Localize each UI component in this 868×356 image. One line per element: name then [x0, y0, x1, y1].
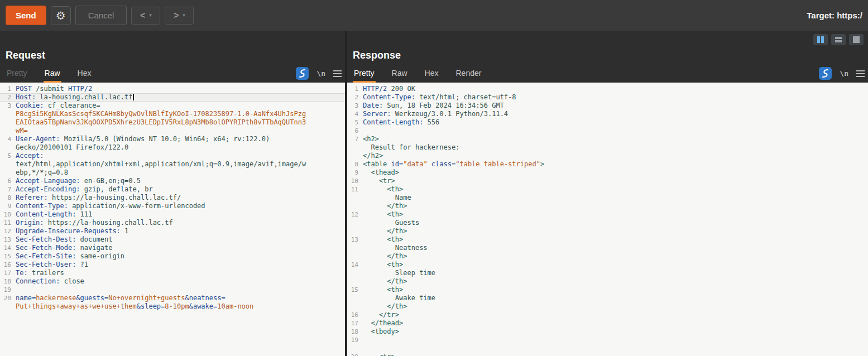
code-line[interactable]: 13Sec-Fetch-Dest: document	[0, 235, 345, 244]
cancel-button[interactable]: Cancel	[75, 6, 127, 25]
editor-menu-button[interactable]	[856, 70, 865, 77]
settings-button[interactable]: ⚙	[51, 6, 71, 25]
code-line[interactable]: Awake time	[347, 294, 868, 302]
response-editor[interactable]: 1HTTP/2 200 OK2Content-Type: text/html; …	[347, 83, 868, 356]
code-line[interactable]: 1POST /submit HTTP/2	[0, 85, 345, 93]
code-line[interactable]: 6Accept-Language: en-GB,en;q=0.5	[0, 177, 345, 185]
code-line[interactable]: 8Referer: https://la-housing.chall.lac.t…	[0, 194, 345, 202]
code-line[interactable]: 11 <th>	[347, 185, 868, 194]
code-line[interactable]: 18Connection: close	[0, 277, 345, 286]
response-tab-raw[interactable]: Raw	[391, 65, 409, 83]
code-line[interactable]: 14Sec-Fetch-Mode: navigate	[0, 244, 345, 252]
code-line[interactable]: 10Content-Length: 111	[0, 210, 345, 219]
response-tabs: Pretty Raw Hex Render	[353, 65, 497, 83]
code-line[interactable]: 5Accept:	[0, 152, 345, 160]
code-line[interactable]: 16 </tr>	[347, 311, 868, 319]
code-line[interactable]: 9 <thead>	[347, 169, 868, 177]
code-line[interactable]: 2Content-Type: text/html; charset=utf-8	[347, 93, 868, 102]
code-line[interactable]: 20name=hackernese&guests=No+overnight+gu…	[0, 294, 345, 302]
code-line[interactable]: 12 <th>	[347, 210, 868, 219]
code-line[interactable]: 13 <th>	[347, 235, 868, 244]
prettify-button[interactable]	[819, 67, 832, 80]
send-button[interactable]: Send	[6, 6, 46, 25]
request-editor[interactable]: 1POST /submit HTTP/22Host: la-housing.ch…	[0, 83, 345, 356]
code-line[interactable]: </th>	[347, 227, 868, 235]
code-line[interactable]: EAIOtaa5TBpNanv3JKqOOXPD5XhrezU3LEDpIV5R…	[0, 118, 345, 127]
code-line[interactable]: 7<h2>	[347, 135, 868, 143]
code-line[interactable]: Name	[347, 194, 868, 202]
code-line[interactable]: 5Content-Length: 556	[347, 118, 868, 127]
code-line[interactable]: </th>	[347, 202, 868, 210]
code-line[interactable]: 4Server: Werkzeug/3.0.1 Python/3.11.4	[347, 110, 868, 118]
code-line[interactable]: wM=	[0, 127, 345, 135]
code-line[interactable]: 15Sec-Fetch-Site: same-origin	[0, 252, 345, 261]
line-number	[347, 194, 358, 202]
back-dropdown-icon[interactable]: ▾	[149, 13, 152, 18]
rows-layout-button[interactable]	[831, 34, 846, 45]
code-line[interactable]: 20 <tr>	[347, 353, 868, 356]
show-newlines-button[interactable]: \n	[316, 69, 325, 78]
code-line[interactable]: 16Sec-Fetch-User: ?1	[0, 261, 345, 269]
code-line[interactable]: 17 </thead>	[347, 319, 868, 328]
code-line[interactable]: </th>	[347, 277, 868, 286]
code-line[interactable]: 18 <tbody>	[347, 328, 868, 336]
toolbar: Send ⚙ Cancel < ▾ > ▾ Target: https:/	[0, 0, 868, 31]
columns-layout-button[interactable]	[813, 34, 828, 45]
code-line[interactable]: </th>	[347, 302, 868, 311]
maximize-icon	[853, 36, 860, 43]
line-number: 10	[0, 210, 11, 219]
code-line[interactable]: 9Content-Type: application/x-www-form-ur…	[0, 202, 345, 210]
line-number	[0, 127, 11, 135]
columns-icon	[817, 36, 820, 43]
line-number	[347, 143, 358, 152]
response-tab-render[interactable]: Render	[455, 65, 483, 83]
forward-button[interactable]: > ▾	[165, 7, 194, 25]
code-line[interactable]: 7Accept-Encoding: gzip, deflate, br	[0, 185, 345, 194]
code-line[interactable]: 19	[0, 286, 345, 294]
code-line[interactable]: Put+things+away+as+we+use+them&sleep=8-1…	[0, 302, 345, 311]
forward-dropdown-icon[interactable]: ▾	[183, 13, 185, 18]
line-number: 1	[0, 85, 11, 93]
code-line[interactable]: 2Host: la-housing.chall.lac.tf	[0, 93, 345, 102]
code-line[interactable]: 6	[347, 127, 868, 135]
response-tab-pretty[interactable]: Pretty	[353, 65, 376, 83]
code-line[interactable]: ebp,*/*;q=0.8	[0, 169, 345, 177]
code-line[interactable]	[347, 344, 868, 353]
code-line[interactable]: 15 <th>	[347, 286, 868, 294]
line-number: 2	[0, 93, 11, 102]
request-tab-hex[interactable]: Hex	[76, 65, 93, 83]
code-line[interactable]: 12Upgrade-Insecure-Requests: 1	[0, 227, 345, 235]
back-button[interactable]: < ▾	[131, 7, 160, 25]
show-newlines-button[interactable]: \n	[840, 69, 848, 78]
line-number: 14	[0, 244, 11, 252]
code-line[interactable]: 14 <th>	[347, 261, 868, 269]
target-display[interactable]: Target: https:/	[807, 11, 862, 20]
code-line[interactable]: 17Te: trailers	[0, 269, 345, 277]
code-line[interactable]: Gecko/20100101 Firefox/122.0	[0, 143, 345, 152]
code-line[interactable]: 3Cookie: cf_clearance=	[0, 102, 345, 110]
request-tab-pretty[interactable]: Pretty	[6, 65, 28, 83]
code-line[interactable]: 1HTTP/2 200 OK	[347, 85, 868, 93]
code-line[interactable]: Guests	[347, 219, 868, 227]
code-line[interactable]: Neatness	[347, 244, 868, 252]
response-tab-hex[interactable]: Hex	[424, 65, 440, 83]
request-tab-raw[interactable]: Raw	[44, 65, 61, 83]
prettify-button[interactable]	[296, 67, 309, 80]
line-number: 18	[347, 328, 358, 336]
line-number	[347, 227, 358, 235]
code-line[interactable]: 8<table id="data" class="table table-str…	[347, 160, 868, 169]
code-line[interactable]: </h2>	[347, 152, 868, 160]
response-panel: Response Pretty Raw Hex Render \n	[347, 31, 868, 356]
code-line[interactable]: 11Origin: https://la-housing.chall.lac.t…	[0, 219, 345, 227]
maximize-layout-button[interactable]	[849, 34, 864, 45]
editor-menu-button[interactable]	[333, 70, 342, 77]
code-line[interactable]: Sleep time	[347, 269, 868, 277]
code-line[interactable]: 4User-Agent: Mozilla/5.0 (Windows NT 10.…	[0, 135, 345, 143]
code-line[interactable]: 3Date: Sun, 18 Feb 2024 16:34:56 GMT	[347, 102, 868, 110]
code-line[interactable]: text/html,application/xhtml+xml,applicat…	[0, 160, 345, 169]
code-line[interactable]: 10 <tr>	[347, 177, 868, 185]
code-line[interactable]: 19	[347, 336, 868, 344]
code-line[interactable]: </th>	[347, 252, 868, 261]
code-line[interactable]: P8cgSi5KgNLKasScsqfSKCAHm8byQwOvlNBlfIyK…	[0, 110, 345, 118]
code-line[interactable]: Result for hackernese:	[347, 143, 868, 152]
